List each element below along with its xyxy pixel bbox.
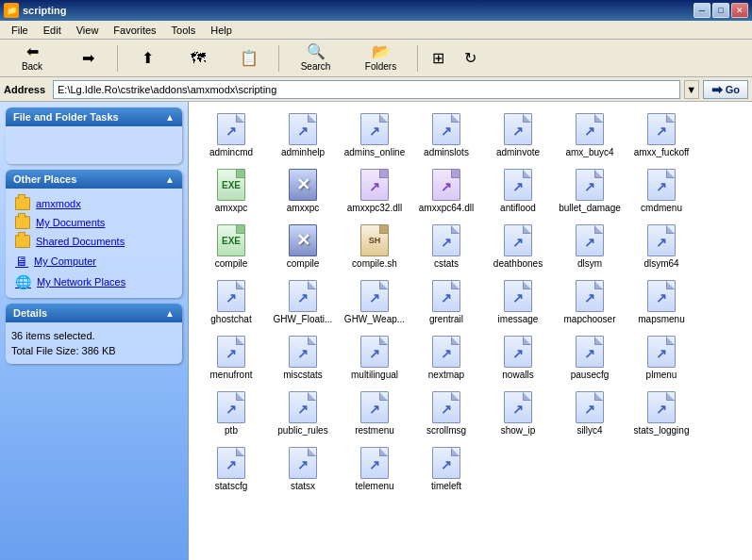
file-item-stats_logging[interactable]: ↗ stats_logging xyxy=(627,387,696,441)
address-input[interactable] xyxy=(53,80,680,99)
go-button[interactable]: ➡ Go xyxy=(703,80,748,99)
minimize-button[interactable]: ─ xyxy=(694,3,710,18)
menu-file[interactable]: File xyxy=(4,23,36,38)
file-item-restmenu[interactable]: ↗ restmenu xyxy=(340,387,409,441)
file-item-pausecfg[interactable]: ↗ pausecfg xyxy=(555,332,625,386)
tasks-toggle-icon: ▲ xyxy=(165,112,175,123)
file-item-public_rules[interactable]: ↗ public_rules xyxy=(268,387,338,441)
file-icon-container: ↗ xyxy=(216,281,246,311)
script-icon: ↗ xyxy=(647,391,676,423)
view-icon: ⊞ xyxy=(432,51,444,66)
close-button[interactable]: ✕ xyxy=(731,3,748,18)
exe-icon: EXE xyxy=(217,224,245,256)
file-item-dlsym[interactable]: ↗ dlsym xyxy=(555,221,625,274)
exe-inner: EXE xyxy=(222,180,241,190)
sidebar-item-my-documents[interactable]: My Documents xyxy=(11,213,176,232)
maximize-button[interactable]: □ xyxy=(712,3,729,18)
address-dropdown[interactable]: ▼ xyxy=(684,80,699,99)
search-button[interactable]: 🔍 Search xyxy=(285,42,346,74)
script-icon: ↗ xyxy=(360,113,389,145)
address-bar: Address ▼ ➡ Go xyxy=(0,77,752,102)
file-item-admins_online[interactable]: ↗ admins_online xyxy=(340,109,409,163)
file-name: timeleft xyxy=(431,481,461,492)
file-item-grentrail[interactable]: ↗ grentrail xyxy=(411,276,481,330)
file-item-sillyc4[interactable]: ↗ sillyc4 xyxy=(555,387,625,441)
file-item-menufront[interactable]: ↗ menufront xyxy=(196,332,266,386)
file-item-mapchooser[interactable]: ↗ mapchooser xyxy=(555,276,625,330)
file-item-amxxpc64[interactable]: ↗ amxxpc64.dll xyxy=(411,165,481,219)
file-item-miscstats[interactable]: ↗ miscstats xyxy=(268,332,338,386)
file-icon-container: ↗ xyxy=(288,281,318,311)
arrow-icon: ↗ xyxy=(656,290,667,305)
refresh-button[interactable]: ↻ xyxy=(456,42,484,74)
places-panel-header[interactable]: Other Places ▲ xyxy=(6,170,182,189)
forward-button[interactable]: ➡ xyxy=(64,42,111,74)
file-item-ghw_weap[interactable]: ↗ GHW_Weap... xyxy=(340,276,409,330)
file-item-cstats[interactable]: ↗ cstats xyxy=(411,221,481,274)
file-item-multilingual[interactable]: ↗ multilingual xyxy=(340,332,409,386)
file-item-amxxpc32[interactable]: ↗ amxxpc32.dll xyxy=(340,165,409,219)
folders-button[interactable]: 📂 Folders xyxy=(350,42,411,74)
folder-move-button[interactable]: 📋 xyxy=(226,42,273,74)
file-name: plmenu xyxy=(646,370,677,381)
file-item-deathbones[interactable]: ↗ deathbones xyxy=(483,221,553,274)
file-item-adminslots[interactable]: ↗ adminslots xyxy=(411,109,481,163)
menu-tools[interactable]: Tools xyxy=(164,23,204,38)
view-button[interactable]: ⊞ xyxy=(424,42,452,74)
script-icon: ↗ xyxy=(647,280,676,312)
up-folder-button[interactable]: ⬆ xyxy=(124,42,171,74)
menu-help[interactable]: Help xyxy=(203,23,240,38)
script-icon: ↗ xyxy=(289,447,317,479)
file-item-amxx_fuckoff[interactable]: ↗ amxx_fuckoff xyxy=(627,109,696,163)
arrow-icon: ↗ xyxy=(441,124,452,139)
toolbar: ⬅ Back ➡ ⬆ 🗺 📋 🔍 Search 📂 Folders ⊞ ↻ xyxy=(0,40,752,77)
folder-icon xyxy=(15,216,30,229)
file-item-nowalls[interactable]: ↗ nowalls xyxy=(483,332,553,386)
file-item-amxxpc[interactable]: EXE amxxpc xyxy=(196,165,266,219)
file-name: deathbones xyxy=(493,258,543,270)
file-item-ptb[interactable]: ↗ ptb xyxy=(196,387,266,441)
file-item-ghw_floati[interactable]: ↗ GHW_Floati... xyxy=(268,276,338,330)
exe-inner: EXE xyxy=(222,236,241,246)
menu-edit[interactable]: Edit xyxy=(36,23,69,38)
file-item-antiflood[interactable]: ↗ antiflood xyxy=(483,165,553,219)
file-name: admincmd xyxy=(209,147,253,158)
file-item-imessage[interactable]: ↗ imessage xyxy=(483,276,553,330)
file-name: restmenu xyxy=(355,425,394,436)
file-item-compile2[interactable]: ✕ compile xyxy=(268,221,338,274)
file-item-nextmap[interactable]: ↗ nextmap xyxy=(411,332,481,386)
file-item-statsx[interactable]: ↗ statsx xyxy=(268,443,338,497)
sidebar-item-shared-documents[interactable]: Shared Documents xyxy=(11,232,176,251)
file-item-admincmd[interactable]: ↗ admincmd xyxy=(196,109,266,163)
file-item-amxxpc2[interactable]: ✕ amxxpc xyxy=(268,165,338,219)
file-item-statscfg[interactable]: ↗ statscfg xyxy=(196,443,266,497)
file-icon-container: ✕ xyxy=(288,225,318,255)
file-item-bullet_damage[interactable]: ↗ bullet_damage xyxy=(555,165,625,219)
details-panel-header[interactable]: Details ▲ xyxy=(6,304,182,322)
map-icon-button[interactable]: 🗺 xyxy=(175,42,222,74)
file-item-show_ip[interactable]: ↗ show_ip xyxy=(483,387,553,441)
back-button[interactable]: ⬅ Back xyxy=(4,42,60,74)
file-item-cmdmenu[interactable]: ↗ cmdmenu xyxy=(627,165,696,219)
file-item-adminhelp[interactable]: ↗ adminhelp xyxy=(268,109,338,163)
file-item-amx_buyc4[interactable]: ↗ amx_buyc4 xyxy=(555,109,625,163)
script-icon: ↗ xyxy=(647,113,676,145)
file-item-plmenu[interactable]: ↗ plmenu xyxy=(627,332,696,386)
sidebar-item-my-network[interactable]: 🌐 My Network Places xyxy=(11,272,176,292)
file-item-adminvote[interactable]: ↗ adminvote xyxy=(483,109,553,163)
file-item-timeleft[interactable]: ↗ timeleft xyxy=(411,443,481,497)
menu-view[interactable]: View xyxy=(69,23,107,38)
arrow-icon: ↗ xyxy=(369,457,380,472)
sidebar-item-amxmodx[interactable]: amxmodx xyxy=(11,194,176,213)
file-item-dlsym64[interactable]: ↗ dlsym64 xyxy=(627,221,696,274)
file-item-mapsmenu[interactable]: ↗ mapsmenu xyxy=(627,276,696,330)
file-item-compile_sh[interactable]: SH compile.sh xyxy=(340,221,409,274)
tasks-panel-header[interactable]: File and Folder Tasks ▲ xyxy=(6,107,182,126)
file-item-telemenu[interactable]: ↗ telemenu xyxy=(340,443,409,497)
menu-favorites[interactable]: Favorites xyxy=(106,23,163,38)
script-icon: ↗ xyxy=(576,391,604,423)
file-item-ghostchat[interactable]: ↗ ghostchat xyxy=(196,276,266,330)
file-item-scrollmsg[interactable]: ↗ scrollmsg xyxy=(411,387,481,441)
sidebar-item-my-computer[interactable]: 🖥 My Computer xyxy=(11,251,176,272)
file-item-compile[interactable]: EXE compile xyxy=(196,221,266,274)
